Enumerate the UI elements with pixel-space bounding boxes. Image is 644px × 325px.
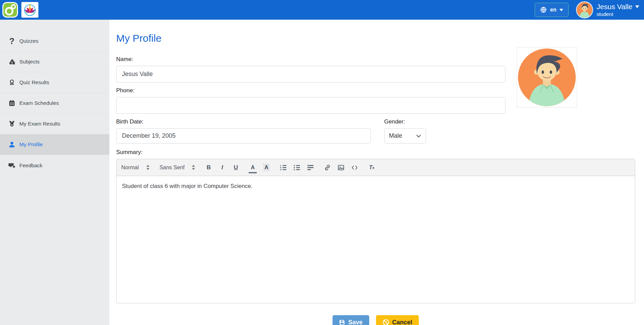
quiz-app-logo-icon[interactable]: [2, 2, 18, 18]
sidebar: ? Quizzes Subjects Quiz Results: [0, 20, 109, 325]
underline-button[interactable]: U: [232, 164, 239, 172]
language-code: en: [550, 7, 556, 13]
align-button[interactable]: [307, 164, 314, 172]
bullet-list-button[interactable]: [293, 164, 300, 172]
topbar: en: [0, 0, 644, 20]
name-input[interactable]: [116, 66, 505, 82]
summary-editor: Normal Sans Serif B I U A A: [116, 159, 635, 303]
sidebar-item-label: Quizzes: [19, 38, 38, 44]
italic-button[interactable]: I: [219, 164, 226, 172]
school-lotus-logo-icon[interactable]: [21, 2, 38, 18]
sidebar-item-label: Exam Schedules: [19, 100, 59, 106]
caret-down-icon: [559, 9, 563, 11]
sidebar-item-my-profile[interactable]: My Profile: [0, 134, 109, 155]
chevron-down-icon: [416, 134, 421, 138]
user-name: Jesus Valle: [596, 2, 632, 11]
ordered-list-button[interactable]: [280, 164, 287, 172]
ribbon-medal-icon: [7, 120, 16, 128]
sidebar-item-label: My Profile: [19, 141, 43, 148]
paragraph-format-picker[interactable]: Normal: [121, 165, 149, 171]
gender-label: Gender:: [384, 118, 426, 125]
updown-icon: [192, 165, 195, 170]
sidebar-item-label: My Exam Results: [19, 121, 60, 127]
language-selector[interactable]: en: [535, 3, 569, 17]
sidebar-item-label: Quiz Results: [19, 79, 49, 85]
sidebar-item-exam-schedules[interactable]: Exam Schedules: [0, 93, 109, 114]
highlight-color-button[interactable]: A: [263, 164, 270, 172]
person-icon: [7, 141, 16, 148]
sidebar-item-my-exam-results[interactable]: My Exam Results: [0, 114, 109, 134]
globe-icon: [540, 6, 547, 13]
image-button[interactable]: [338, 164, 344, 172]
font-picker[interactable]: Sans Serif: [160, 165, 195, 171]
shapes-icon: [7, 58, 16, 65]
clear-formatting-button[interactable]: Tx: [368, 164, 375, 172]
gender-select[interactable]: Male: [384, 128, 426, 144]
caret-down-icon: [635, 5, 639, 8]
gender-value: Male: [389, 132, 402, 139]
cancel-button[interactable]: Cancel: [376, 315, 419, 325]
code-button[interactable]: [351, 164, 358, 172]
profile-photo: [517, 47, 577, 108]
sidebar-item-quiz-results[interactable]: Quiz Results: [0, 72, 109, 93]
font-value: Sans Serif: [160, 165, 185, 171]
paragraph-format-value: Normal: [121, 165, 139, 171]
question-mark-icon: ?: [7, 37, 16, 45]
chat-bubbles-icon: [7, 162, 16, 169]
editor-toolbar: Normal Sans Serif B I U A A: [117, 159, 635, 176]
bold-button[interactable]: B: [205, 164, 212, 172]
birth-date-input[interactable]: [116, 128, 371, 144]
sidebar-item-label: Subjects: [19, 59, 39, 65]
sidebar-item-quizzes[interactable]: ? Quizzes: [0, 31, 109, 52]
phone-input[interactable]: [116, 97, 505, 114]
floppy-disk-icon: [339, 319, 345, 325]
user-role: student: [596, 11, 639, 17]
main-content: My Profile Name: Phone: Birth Date: Gend…: [109, 20, 644, 325]
summary-label: Summary:: [116, 149, 635, 156]
page-title: My Profile: [116, 33, 635, 44]
sidebar-item-label: Feedback: [19, 162, 42, 169]
summary-text: Student of class 6 with major in Compute…: [122, 183, 629, 190]
user-avatar[interactable]: [576, 1, 593, 18]
updown-icon: [146, 165, 149, 170]
calendar-icon: [7, 99, 16, 107]
sidebar-item-subjects[interactable]: Subjects: [0, 52, 109, 72]
sidebar-item-feedback[interactable]: Feedback: [0, 155, 109, 176]
link-button[interactable]: [324, 164, 331, 172]
user-menu[interactable]: Jesus Valle student: [576, 1, 639, 18]
summary-text-area[interactable]: Student of class 6 with major in Compute…: [117, 176, 635, 303]
prohibition-icon: [382, 319, 389, 325]
text-color-button[interactable]: A: [249, 164, 256, 172]
medal-icon: [7, 79, 16, 86]
save-button[interactable]: Save: [333, 315, 369, 325]
birth-date-label: Birth Date:: [116, 118, 371, 125]
